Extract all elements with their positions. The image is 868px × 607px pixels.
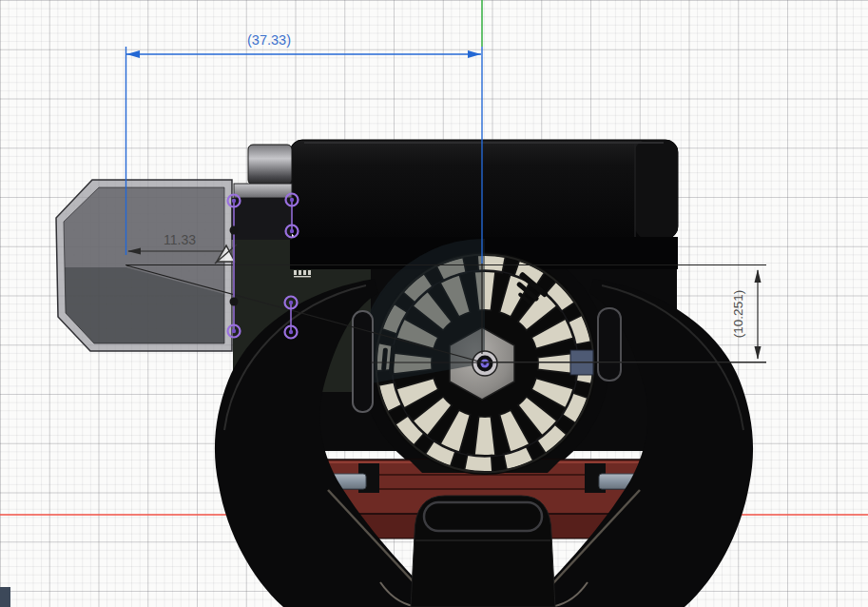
dim-arrow-right xyxy=(468,50,481,58)
dim-arrow-bottom xyxy=(755,346,762,360)
cad-viewport[interactable]: (37.33) 11.33 (10.251) xyxy=(0,0,868,607)
bracket-bar[interactable] xyxy=(234,184,292,198)
shroud-slot-left xyxy=(353,311,373,412)
dim-label-offset-width[interactable]: 11.33 xyxy=(164,232,196,247)
center-column[interactable] xyxy=(411,496,555,607)
exhaust-outlet-cylinder[interactable] xyxy=(248,145,292,185)
model-canvas[interactable]: (37.33) 11.33 (10.251) xyxy=(0,0,868,607)
dim-arrow-top xyxy=(755,269,762,283)
dim-arrow-left xyxy=(126,50,140,58)
dim-label-overall-width[interactable]: (37.33) xyxy=(247,32,291,48)
side-panel-fragment[interactable] xyxy=(0,587,10,607)
dim-label-right-height[interactable]: (10.251) xyxy=(731,290,745,338)
shroud-slot-right xyxy=(598,308,621,381)
engine-assembly[interactable] xyxy=(56,140,753,607)
